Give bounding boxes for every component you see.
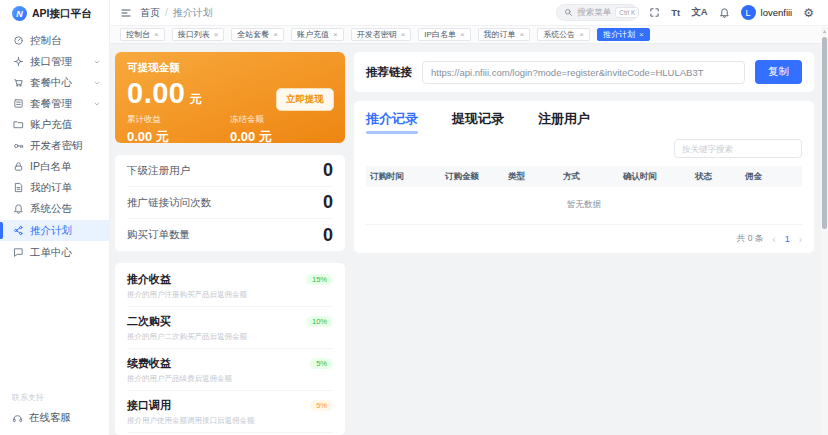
chat-icon [13,247,24,258]
rule-api-call: 接口调用5% 推介用户使用金额调用接口后返佣金额 [127,391,333,433]
rule-referral-income: 推介收益15% 推介的用户注册购买产品后返佣金额 [127,265,333,307]
close-icon[interactable]: × [273,30,278,39]
app-logo[interactable]: N API接口平台 [0,0,109,26]
page-content: 可提现金额 0.00 元 立即提现 累计收益 0.00 元 冻结金额 0.0 [110,44,828,435]
chevron-down-icon [93,58,101,66]
referral-link-input[interactable] [422,61,745,84]
sidebar-item-my-orders[interactable]: 我的订单 [0,177,109,198]
sidebar-item-label: 套餐中心 [30,76,87,90]
notification-bell-icon[interactable] [719,7,730,18]
stat-purchase-orders: 购买订单数量 0 [127,219,333,251]
top-bar: 首页 / 推介计划 搜索菜单 Ctrl K Tt 文A L lovenfiii … [110,0,828,26]
copy-button[interactable]: 复制 [755,60,802,84]
prev-page-icon[interactable]: ‹ [772,234,775,245]
referral-link-card: 推荐链接 复制 [354,52,814,92]
sidebar-item-recharge[interactable]: 账户充值 [0,114,109,135]
main-area: 首页 / 推介计划 搜索菜单 Ctrl K Tt 文A L lovenfiii … [110,0,828,435]
close-icon[interactable]: × [333,30,338,39]
tab-my-orders[interactable]: 我的订单× [478,28,531,41]
close-icon[interactable]: × [401,30,406,39]
sidebar-item-label: 系统公告 [30,202,101,216]
sidebar-item-developer-key[interactable]: 开发者密钥 [0,135,109,156]
fullscreen-icon[interactable] [649,7,660,18]
tab-registered-users[interactable]: 注册用户 [538,110,590,134]
tab-announcements[interactable]: 系统公告× [537,28,590,41]
referral-stats-card: 下级注册用户 0 推广链接访问次数 0 购买订单数量 0 [115,155,345,251]
withdraw-now-button[interactable]: 立即提现 [276,88,334,111]
sidebar-item-package-center[interactable]: 套餐中心 [0,72,109,93]
vertical-scrollbar[interactable]: ▲ [821,27,828,435]
column-header: 订购金额 [441,171,504,183]
dashboard-icon [13,35,24,46]
sidebar-item-label: IP白名单 [30,160,101,174]
cart-icon [13,77,24,88]
tab-recharge[interactable]: 账户充值× [291,28,344,41]
breadcrumb-home[interactable]: 首页 [140,6,160,20]
sidebar-item-ticket-center[interactable]: 工单中心 [0,242,109,263]
tab-console[interactable]: 控制台× [120,28,165,41]
support-section-label: 联系支持 [12,392,97,403]
tab-api-list[interactable]: 接口列表× [172,28,225,41]
online-support-link[interactable]: 在线客服 [12,411,97,425]
breadcrumb-current: 推介计划 [173,6,213,20]
sidebar-collapse-icon[interactable] [120,7,132,19]
commission-rules-card: 推介收益15% 推介的用户注册购买产品后返佣金额 二次购买10% 推介的用户二次… [115,263,345,435]
percentage-badge: 5% [310,400,333,411]
gear-icon[interactable]: ⚙ [803,7,814,19]
right-column: 推荐链接 复制 推介记录 提现记录 注册用户 订购时间 订购金额 [354,52,814,435]
scroll-up-arrow[interactable]: ▲ [822,28,827,34]
sidebar-item-label: 推介计划 [30,224,101,238]
sidebar: N API接口平台 控制台 接口管理 套餐中心 套餐管理 [0,0,110,435]
sidebar-item-label: 工单中心 [30,246,101,260]
withdrawable-amount: 0.00 [127,77,185,110]
sidebar-item-referral-plan[interactable]: 推介计划 [0,220,109,241]
percentage-badge: 5% [310,358,333,369]
rule-second-purchase: 二次购买10% 推介的用户二次购买产品后返佣金额 [127,307,333,349]
sidebar-item-package-management[interactable]: 套餐管理 [0,93,109,114]
pagination-total: 共 0 条 [737,233,763,245]
font-size-icon[interactable]: Tt [671,7,680,18]
breadcrumb-separator: / [165,7,168,18]
sidebar-item-ip-whitelist[interactable]: IP白名单 [0,156,109,177]
package-icon [13,98,24,109]
folder-icon [13,119,24,130]
menu-search-input[interactable]: 搜索菜单 Ctrl K [556,4,638,21]
sidebar-item-label: 套餐管理 [30,97,87,111]
user-menu[interactable]: L lovenfiii [741,5,793,20]
document-icon [13,182,24,193]
sidebar-item-label: 开发者密钥 [30,139,101,153]
sidebar-item-announcements[interactable]: 系统公告 [0,198,109,219]
frozen-amount: 冻结金额 0.00 元 [230,114,333,146]
sidebar-item-api-management[interactable]: 接口管理 [0,51,109,72]
sidebar-footer: 联系支持 在线客服 [0,386,109,435]
tab-withdraw-records[interactable]: 提现记录 [452,110,504,134]
referral-link-label: 推荐链接 [366,65,412,80]
topbar-actions: 搜索菜单 Ctrl K Tt 文A L lovenfiii ⚙ [556,4,814,21]
close-icon[interactable]: × [639,30,644,39]
cumulative-income: 累计收益 0.00 元 [127,114,230,146]
tab-referral-plan[interactable]: 推介计划× [597,28,650,41]
keyword-search-input[interactable] [674,139,802,158]
bell-icon [13,203,24,214]
sidebar-item-console[interactable]: 控制台 [0,30,109,51]
close-icon[interactable]: × [579,30,584,39]
tab-referral-records[interactable]: 推介记录 [366,110,418,134]
next-page-icon[interactable]: › [799,234,802,245]
share-icon [13,225,24,236]
close-icon[interactable]: × [520,30,525,39]
close-icon[interactable]: × [154,30,159,39]
percentage-badge: 10% [306,316,333,327]
scrollbar-thumb[interactable] [822,37,827,229]
tab-developer-key[interactable]: 开发者密钥× [351,28,412,41]
close-icon[interactable]: × [460,30,465,39]
language-icon[interactable]: 文A [691,6,707,19]
page-number[interactable]: 1 [785,234,790,244]
search-placeholder: 搜索菜单 [577,7,611,19]
close-icon[interactable]: × [214,30,219,39]
table-header-row: 订购时间 订购金额 类型 方式 确认时间 状态 佣金 [366,166,802,187]
sidebar-menu: 控制台 接口管理 套餐中心 套餐管理 账户充值 [0,26,109,386]
tab-ip-whitelist[interactable]: IP白名单× [418,28,470,41]
column-header: 订购时间 [366,171,441,183]
column-header: 佣金 [741,171,802,183]
tab-site-packages[interactable]: 全站套餐× [231,28,284,41]
